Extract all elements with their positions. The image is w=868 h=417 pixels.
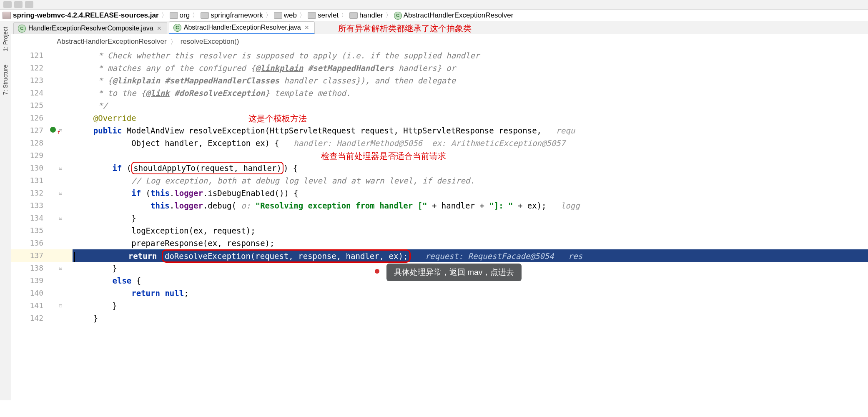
fold-gutter[interactable]: ⊟: [48, 212, 73, 224]
code-line[interactable]: 137 return doResolveException(request, r…: [11, 249, 868, 262]
crumb-segment[interactable]: springframework: [211, 11, 263, 20]
code-line[interactable]: 133 this.logger.debug( o: "Resolving exc…: [11, 199, 868, 212]
fold-gutter[interactable]: ⊟: [48, 187, 73, 199]
fold-gutter[interactable]: [48, 174, 73, 187]
code-line[interactable]: 141⊟ }: [11, 299, 868, 312]
crumb-class[interactable]: AbstractHandlerExceptionResolver: [57, 38, 167, 46]
code-content: public ModelAndView resolveException(Htt…: [73, 124, 868, 137]
tooltip-text: 具体处理异常，返回 mav，点进去: [394, 267, 514, 278]
code-line[interactable]: 134⊟ }: [11, 212, 868, 224]
annotation-highlight-box: doResolveException(request, response, ha…: [162, 249, 411, 263]
crumb-segment[interactable]: servlet: [318, 11, 339, 20]
code-line[interactable]: 125 */: [11, 99, 868, 112]
side-tab-structure[interactable]: 7: Structure: [1, 63, 10, 96]
code-line[interactable]: 135 logException(ex, request);: [11, 224, 868, 237]
fold-gutter[interactable]: ⊟: [48, 162, 73, 174]
folder-icon: [308, 12, 316, 19]
main-toolbar: [0, 0, 868, 10]
annotation-text: 所有异常解析类都继承了这个抽象类: [338, 23, 472, 34]
code-line[interactable]: 130⊟ if (shouldApplyTo(request, handler)…: [11, 162, 868, 174]
line-number: 126: [11, 112, 48, 124]
code-content: if (this.logger.isDebugEnabled()) {: [73, 187, 868, 199]
toolbar-icon[interactable]: [3, 1, 12, 8]
code-line[interactable]: 131 // Log exception, both at debug log …: [11, 174, 868, 187]
chevron-icon: 〉: [191, 12, 199, 19]
code-line[interactable]: 129: [11, 149, 868, 162]
fold-gutter[interactable]: [48, 224, 73, 237]
chevron-icon: 〉: [265, 12, 272, 19]
code-content: }: [73, 312, 868, 324]
editor-tab[interactable]: C HandlerExceptionResolverComposite.java…: [13, 22, 167, 34]
code-editor[interactable]: 121 * Check whether this resolver is sup…: [11, 49, 868, 417]
code-content: */: [73, 99, 868, 112]
code-line[interactable]: 123 * {@linkplain #setMappedHandlerClass…: [11, 74, 868, 87]
fold-gutter[interactable]: [48, 274, 73, 287]
crumb-segment[interactable]: handler: [359, 11, 383, 20]
folder-icon: [274, 12, 282, 19]
chevron-icon: 〉: [161, 12, 168, 19]
line-number: 128: [11, 137, 48, 149]
code-line[interactable]: 136 prepareResponse(ex, response);: [11, 237, 868, 249]
code-content: @Override: [73, 112, 868, 124]
side-tab-project[interactable]: 1: Project: [1, 25, 10, 53]
fold-gutter[interactable]: ⊟: [48, 262, 73, 274]
fold-gutter[interactable]: [48, 74, 73, 87]
fold-gutter[interactable]: [48, 237, 73, 249]
line-number: 133: [11, 199, 48, 212]
fold-gutter[interactable]: [48, 62, 73, 74]
toolbar-icon[interactable]: [14, 1, 23, 8]
code-content: }: [73, 299, 868, 312]
toolbar-icon[interactable]: [25, 1, 33, 8]
line-number: 124: [11, 87, 48, 99]
line-number: 130: [11, 162, 48, 174]
arrow-icon: ↑: [57, 126, 61, 138]
line-number: 125: [11, 99, 48, 112]
side-tab-label: 7: Structure: [2, 65, 9, 95]
crumb-method[interactable]: resolveException(): [181, 38, 239, 46]
line-number: 138: [11, 262, 48, 274]
fold-gutter[interactable]: [48, 112, 73, 124]
fold-gutter[interactable]: [48, 87, 73, 99]
text-caret: [74, 252, 75, 262]
jar-crumb[interactable]: spring-webmvc-4.2.4.RELEASE-sources.jar: [3, 11, 159, 20]
code-content: [73, 149, 868, 162]
folder-icon: [170, 12, 178, 19]
code-line[interactable]: 128 Object handler, Exception ex) { hand…: [11, 137, 868, 149]
close-icon[interactable]: ✕: [156, 25, 163, 32]
code-line[interactable]: 142 }: [11, 312, 868, 324]
code-line[interactable]: 127↑⊟ public ModelAndView resolveExcepti…: [11, 124, 868, 137]
fold-gutter[interactable]: [48, 99, 73, 112]
crumb-class[interactable]: AbstractHandlerExceptionResolver: [404, 11, 514, 20]
line-number: 136: [11, 237, 48, 249]
code-line[interactable]: 124 * to the {@link #doResolveException}…: [11, 87, 868, 99]
folder-icon: [349, 12, 358, 19]
line-number: 129: [11, 149, 48, 162]
code-content: return null;: [73, 287, 868, 299]
annotation-highlight-box: shouldApplyTo(request, handler): [131, 162, 283, 174]
line-number: 131: [11, 174, 48, 187]
code-line[interactable]: 121 * Check whether this resolver is sup…: [11, 49, 868, 62]
editor-tab-active[interactable]: C AbstractHandlerExceptionResolver.java …: [169, 21, 315, 34]
side-tool-window-tabs: 1: Project 7: Structure: [0, 21, 11, 400]
fold-gutter[interactable]: [48, 199, 73, 212]
code-content: prepareResponse(ex, response);: [73, 237, 868, 249]
close-icon[interactable]: ✕: [304, 24, 310, 31]
class-icon: C: [173, 24, 181, 32]
fold-gutter[interactable]: [48, 287, 73, 299]
fold-gutter[interactable]: [48, 137, 73, 149]
fold-gutter[interactable]: [48, 312, 73, 324]
fold-gutter[interactable]: [48, 49, 73, 62]
line-number: 141: [11, 299, 48, 312]
code-content: this.logger.debug( o: "Resolving excepti…: [73, 199, 868, 212]
code-line[interactable]: 126 @Override: [11, 112, 868, 124]
override-gutter-icon[interactable]: [50, 127, 56, 133]
code-line[interactable]: 132⊟ if (this.logger.isDebugEnabled()) {: [11, 187, 868, 199]
code-line[interactable]: 122 * matches any of the configured {@li…: [11, 62, 868, 74]
crumb-segment[interactable]: web: [284, 11, 297, 20]
fold-gutter[interactable]: [48, 149, 73, 162]
code-content: logException(ex, request);: [73, 224, 868, 237]
code-line[interactable]: 140 return null;: [11, 287, 868, 299]
fold-gutter[interactable]: ⊟: [48, 299, 73, 312]
crumb-segment[interactable]: org: [180, 11, 190, 20]
fold-gutter[interactable]: [48, 249, 73, 262]
